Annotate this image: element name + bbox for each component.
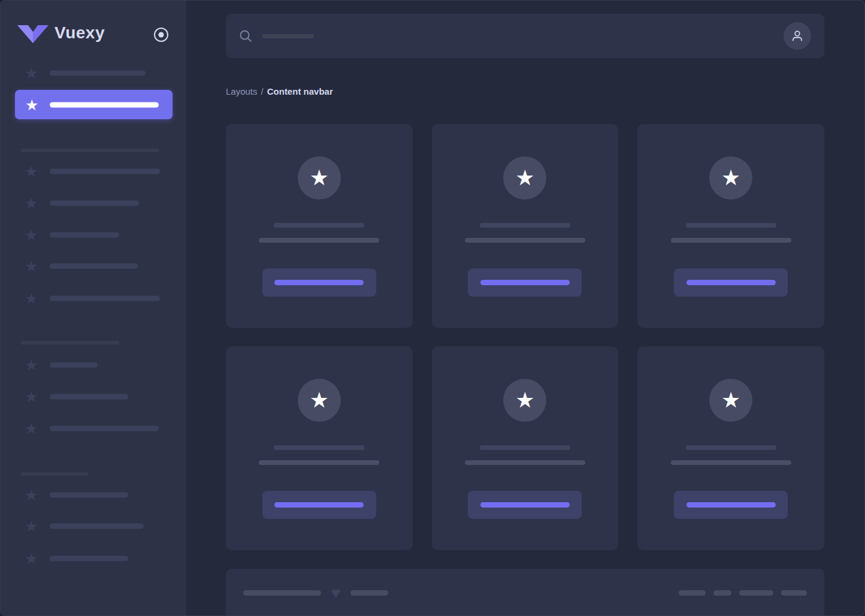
footer-link-skeleton (739, 590, 773, 596)
card-avatar: ★ (298, 156, 341, 200)
vuexy-logo-icon (17, 21, 49, 47)
sidebar-item-active[interactable]: ★ (15, 90, 173, 119)
card-action-button[interactable] (674, 268, 788, 297)
sidebar-item[interactable]: ★ (1, 518, 186, 534)
footer-links (679, 590, 807, 596)
button-label-skeleton (480, 280, 570, 285)
card-title-skeleton (274, 223, 364, 228)
button-label-skeleton (274, 502, 364, 508)
star-icon: ★ (25, 551, 38, 566)
card-text-skeleton (465, 238, 585, 243)
magnifier-icon (239, 29, 252, 43)
menu-label-skeleton (50, 169, 160, 174)
star-icon: ★ (310, 389, 329, 411)
demo-card: ★ (432, 124, 619, 328)
star-icon: ★ (25, 195, 38, 211)
brand-row: Vuexy (1, 1, 186, 58)
demo-card: ★ (432, 346, 619, 550)
sidebar-item[interactable]: ★ (1, 227, 186, 243)
sidebar-item[interactable]: ★ (1, 389, 186, 404)
button-label-skeleton (686, 502, 776, 508)
star-icon: ★ (25, 65, 38, 81)
demo-card: ★ (226, 346, 413, 550)
card-avatar: ★ (503, 156, 546, 200)
button-label-skeleton (480, 502, 570, 508)
top-navbar (226, 14, 824, 58)
card-action-button[interactable] (262, 491, 376, 519)
star-icon: ★ (25, 164, 38, 179)
button-label-skeleton (686, 280, 776, 285)
footer: ♥ (226, 569, 824, 616)
menu-label-skeleton (50, 394, 128, 400)
menu-section-header-skeleton (20, 472, 89, 476)
menu-section-header-skeleton (20, 341, 119, 345)
card-text-skeleton (671, 460, 791, 465)
button-label-skeleton (274, 280, 364, 285)
footer-text-skeleton (243, 590, 321, 596)
breadcrumb: Layouts/Content navbar (226, 86, 824, 98)
breadcrumb-current: Content navbar (267, 86, 333, 96)
breadcrumb-parent[interactable]: Layouts (226, 86, 258, 96)
menu-label-skeleton (50, 232, 119, 238)
sidebar-item[interactable]: ★ (1, 65, 186, 81)
card-action-button[interactable] (674, 491, 788, 519)
star-icon: ★ (25, 227, 38, 243)
sidebar-item[interactable]: ★ (1, 258, 186, 274)
footer-content: ♥ (243, 585, 807, 600)
menu-label-skeleton (50, 71, 146, 76)
demo-card: ★ (637, 346, 824, 550)
star-icon: ★ (25, 291, 38, 306)
card-title-skeleton (480, 445, 570, 450)
app-window: Vuexy ★ ★ ★ ★ ★ (0, 0, 865, 616)
sidebar-item[interactable]: ★ (1, 291, 186, 306)
menu-section-header-skeleton (20, 149, 159, 152)
card-text-skeleton (259, 460, 379, 465)
menu-label-skeleton (50, 201, 139, 206)
sidebar-item[interactable]: ★ (1, 551, 186, 566)
card-text-skeleton (671, 238, 791, 243)
heart-icon: ♥ (331, 585, 340, 600)
card-avatar: ★ (709, 379, 752, 422)
card-title-skeleton (274, 445, 364, 450)
footer-link-skeleton (781, 590, 807, 596)
card-title-skeleton (686, 223, 776, 228)
card-title-skeleton (480, 223, 570, 228)
card-action-button[interactable] (468, 268, 582, 297)
sidebar-item[interactable]: ★ (1, 487, 186, 503)
menu-label-skeleton (50, 426, 159, 431)
sidebar-item[interactable]: ★ (1, 195, 186, 211)
record-circle-icon[interactable] (153, 26, 170, 43)
star-icon: ★ (25, 487, 38, 503)
star-icon: ★ (515, 389, 534, 411)
search-input[interactable] (239, 29, 784, 43)
user-avatar[interactable] (784, 22, 811, 50)
footer-text-skeleton (350, 590, 388, 596)
search-placeholder-skeleton (262, 34, 314, 38)
card-title-skeleton (686, 445, 776, 450)
card-avatar: ★ (503, 379, 546, 422)
star-icon: ★ (25, 97, 38, 113)
brand-name: Vuexy (55, 23, 105, 43)
sidebar-item[interactable]: ★ (1, 357, 186, 373)
star-icon: ★ (25, 357, 38, 373)
star-icon: ★ (25, 518, 38, 534)
menu-label-skeleton (50, 264, 138, 269)
sidebar-item[interactable]: ★ (1, 421, 186, 436)
card-action-button[interactable] (468, 491, 582, 519)
card-text-skeleton (465, 460, 585, 465)
star-icon: ★ (515, 167, 534, 189)
star-icon: ★ (25, 421, 38, 436)
card-avatar: ★ (709, 156, 752, 200)
sidebar-item[interactable]: ★ (1, 164, 186, 179)
menu-label-skeleton (50, 102, 159, 107)
card-action-button[interactable] (262, 268, 376, 297)
main-content: Layouts/Content navbar ★ ★ (186, 1, 865, 615)
demo-card: ★ (226, 124, 413, 328)
menu-label-skeleton (50, 556, 128, 561)
card-text-skeleton (259, 238, 379, 243)
menu-label-skeleton (50, 493, 128, 498)
footer-link-skeleton (679, 590, 706, 596)
footer-link-skeleton (713, 590, 731, 596)
star-icon: ★ (310, 167, 329, 189)
star-icon: ★ (721, 389, 740, 411)
